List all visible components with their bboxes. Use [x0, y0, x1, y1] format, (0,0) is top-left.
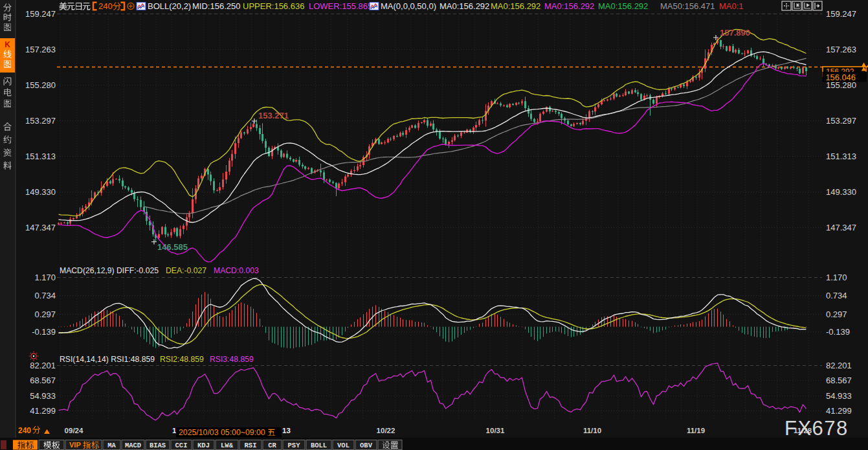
svg-text:MID:156.250: MID:156.250 — [192, 1, 240, 11]
svg-text:10/22: 10/22 — [377, 427, 395, 434]
svg-text:-0.139: -0.139 — [826, 327, 850, 337]
svg-text:PSY: PSY — [288, 442, 301, 449]
svg-text:OBV: OBV — [360, 442, 373, 449]
svg-text:BOLL: BOLL — [311, 442, 327, 449]
svg-text:68.567: 68.567 — [826, 376, 852, 385]
svg-text:11/19: 11/19 — [687, 427, 705, 434]
svg-text:149.330: 149.330 — [826, 187, 856, 197]
svg-text:1: 1 — [172, 427, 177, 434]
svg-text:0.734: 0.734 — [826, 291, 847, 300]
svg-text:151.313: 151.313 — [25, 152, 56, 161]
svg-text:MA0:156.292: MA0:156.292 — [598, 1, 648, 11]
svg-text:RSI3:48.859: RSI3:48.859 — [210, 355, 254, 364]
svg-text:VOL: VOL — [337, 442, 350, 449]
svg-text:BOLL(20,2): BOLL(20,2) — [148, 1, 191, 11]
svg-text:UPPER:156.636: UPPER:156.636 — [243, 1, 304, 11]
svg-text:DEA:-0.027: DEA:-0.027 — [166, 266, 206, 275]
svg-text:240: 240 — [98, 1, 113, 11]
svg-text:68.567: 68.567 — [30, 376, 56, 385]
svg-text:155.280: 155.280 — [25, 80, 56, 90]
svg-text:157.263: 157.263 — [25, 45, 56, 54]
svg-text:147.347: 147.347 — [25, 223, 56, 232]
svg-text:-0.139: -0.139 — [32, 327, 56, 337]
svg-text:LW&: LW& — [221, 442, 234, 449]
svg-text:MACD:0.003: MACD:0.003 — [214, 266, 259, 275]
svg-text:RSI(14,14,14) RSI1:48.859: RSI(14,14,14) RSI1:48.859 — [60, 355, 155, 364]
svg-text:146.585: 146.585 — [157, 242, 188, 252]
svg-text:VIP: VIP — [69, 441, 81, 449]
svg-text:41.299: 41.299 — [826, 406, 852, 416]
svg-text:MA0:1: MA0:1 — [719, 1, 744, 11]
svg-text:LOWER:155.865: LOWER:155.865 — [309, 1, 372, 11]
svg-text:151.313: 151.313 — [826, 152, 856, 161]
svg-text:0.297: 0.297 — [826, 309, 847, 319]
svg-text:11/10: 11/10 — [583, 427, 601, 434]
svg-text:CR: CR — [268, 442, 276, 449]
svg-text:MA50:156.471: MA50:156.471 — [660, 1, 715, 11]
svg-text:FX678: FX678 — [785, 417, 849, 440]
svg-text:MACD(26,12,9) DIFF:-0.025: MACD(26,12,9) DIFF:-0.025 — [60, 266, 159, 275]
svg-text:240: 240 — [18, 426, 31, 435]
svg-text:153.297: 153.297 — [25, 116, 56, 126]
svg-text:BIAS: BIAS — [150, 442, 166, 449]
svg-text:149.330: 149.330 — [25, 187, 56, 197]
svg-text:2025/10/03 05:00~09:00: 2025/10/03 05:00~09:00 — [179, 428, 265, 437]
svg-text:MA: MA — [107, 442, 116, 449]
svg-text:MA0:156.292: MA0:156.292 — [440, 1, 489, 11]
svg-text:0.297: 0.297 — [34, 309, 56, 319]
svg-text:153.297: 153.297 — [826, 116, 856, 126]
svg-text:82.201: 82.201 — [30, 361, 56, 370]
svg-text:KDJ: KDJ — [197, 442, 210, 449]
svg-text:RSI2:48.859: RSI2:48.859 — [160, 355, 204, 364]
svg-text:153.271: 153.271 — [258, 111, 289, 120]
svg-text:K: K — [5, 40, 10, 49]
svg-text:0.734: 0.734 — [34, 291, 56, 300]
svg-text:10/31: 10/31 — [486, 427, 505, 434]
svg-text:MA0:156.292: MA0:156.292 — [491, 1, 540, 11]
svg-text:156.046: 156.046 — [826, 73, 856, 82]
svg-text:82.201: 82.201 — [826, 361, 852, 370]
svg-text:41.299: 41.299 — [30, 406, 56, 416]
svg-text:CCI: CCI — [175, 442, 188, 449]
svg-text:MA0:156.292: MA0:156.292 — [544, 1, 594, 11]
svg-text:54.933: 54.933 — [826, 391, 852, 401]
svg-text:13: 13 — [282, 427, 291, 434]
svg-text:159.247: 159.247 — [826, 9, 856, 19]
svg-text:MA(0,0,0,50,0): MA(0,0,0,50,0) — [381, 1, 436, 11]
svg-text:159.247: 159.247 — [25, 9, 56, 19]
svg-text:RSI: RSI — [245, 442, 257, 449]
svg-text:147.347: 147.347 — [826, 223, 856, 232]
svg-text:MACD: MACD — [125, 442, 141, 449]
svg-text:1.170: 1.170 — [34, 273, 56, 282]
svg-text:09/24: 09/24 — [65, 427, 83, 434]
svg-text:1.170: 1.170 — [826, 273, 847, 282]
svg-text:157.263: 157.263 — [826, 45, 856, 54]
svg-text:54.933: 54.933 — [30, 391, 56, 401]
svg-text:157.890: 157.890 — [720, 28, 750, 38]
